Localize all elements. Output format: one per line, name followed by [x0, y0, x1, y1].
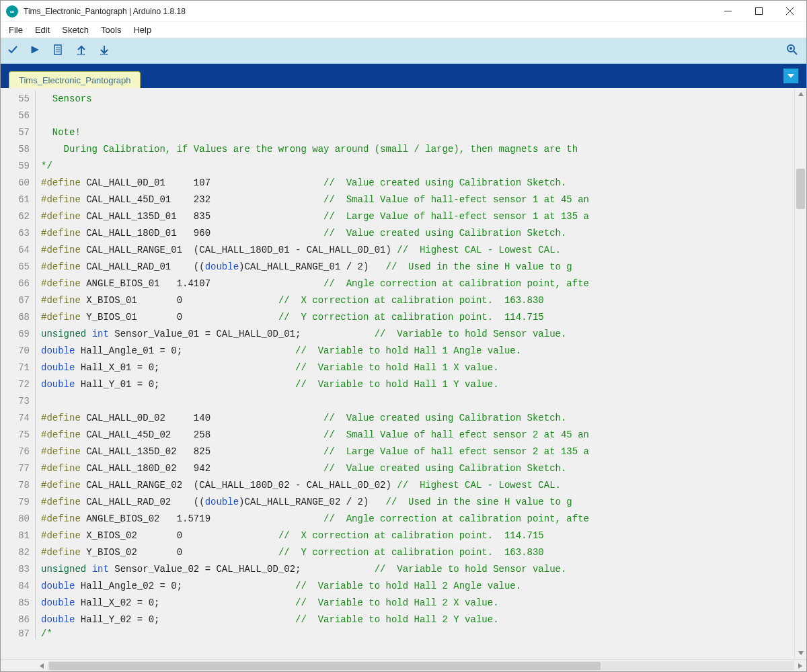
code-line[interactable]: double Hall_Y_01 = 0; // Variable to hol… [41, 376, 794, 393]
code-line[interactable]: #define Y_BIOS_01 0 // Y correction at c… [41, 309, 794, 326]
horizontal-scroll-thumb[interactable] [49, 662, 601, 670]
menu-file[interactable]: File [6, 24, 26, 36]
verify-button[interactable] [7, 44, 18, 57]
scroll-up-arrow[interactable] [795, 88, 806, 100]
save-button[interactable] [99, 44, 110, 57]
code-line[interactable]: #define Y_BIOS_02 0 // Y correction at c… [41, 544, 794, 561]
line-number: 78 [1, 477, 36, 494]
code-line[interactable]: unsigned int Sensor_Value_01 = CAL_HALL_… [41, 326, 794, 343]
code-line[interactable]: #define ANGLE_BIOS_02 1.5719 // Angle co… [41, 511, 794, 528]
svg-rect-1 [755, 8, 762, 15]
code-line[interactable]: #define CAL_HALL_180D_01 960 // Value cr… [41, 225, 794, 242]
line-number: 86 [1, 612, 36, 628]
line-number-gutter: 5556575859606162636465666768697071727374… [1, 88, 36, 659]
line-number: 80 [1, 511, 36, 528]
menu-tools[interactable]: Tools [98, 24, 124, 36]
scroll-down-arrow[interactable] [795, 647, 806, 659]
line-number: 71 [1, 360, 36, 376]
open-button[interactable] [76, 44, 87, 57]
menubar: File Edit Sketch Tools Help [1, 22, 806, 38]
line-number: 84 [1, 578, 36, 595]
line-number: 55 [1, 91, 36, 108]
code-line[interactable]: #define CAL_HALL_0D_01 107 // Value crea… [41, 175, 794, 192]
code-editor[interactable]: 5556575859606162636465666768697071727374… [1, 88, 806, 659]
code-line[interactable]: unsigned int Sensor_Value_02 = CAL_HALL_… [41, 561, 794, 578]
horizontal-scroll-track[interactable] [48, 661, 794, 671]
code-line[interactable]: double Hall_Y_02 = 0; // Variable to hol… [41, 612, 794, 628]
minimize-button[interactable] [712, 1, 743, 22]
arduino-ide-window: ∞ Tims_Electronic_Pantograph | Arduino 1… [0, 0, 807, 672]
line-number: 69 [1, 326, 36, 343]
serial-monitor-button[interactable] [786, 44, 798, 58]
svg-point-15 [790, 48, 792, 50]
code-line[interactable]: #define CAL_HALL_135D_01 835 // Large Va… [41, 208, 794, 225]
svg-marker-16 [787, 74, 794, 78]
sketch-tab[interactable]: Tims_Electronic_Pantograph [9, 71, 141, 89]
gutter-spacer [1, 660, 36, 671]
code-line[interactable]: #define CAL_HALL_RANGE_01 (CAL_HALL_180D… [41, 242, 794, 259]
menu-edit[interactable]: Edit [32, 24, 52, 36]
code-line[interactable]: #define CAL_HALL_RAD_02 ((double)CAL_HAL… [41, 494, 794, 511]
code-line[interactable]: double Hall_Angle_01 = 0; // Variable to… [41, 343, 794, 360]
svg-marker-17 [798, 92, 804, 96]
code-line[interactable]: double Hall_Angle_02 = 0; // Variable to… [41, 578, 794, 595]
line-number: 63 [1, 225, 36, 242]
code-line[interactable]: Note! [41, 124, 794, 141]
code-line[interactable]: During Calibration, if Values are the wr… [41, 141, 794, 158]
code-line[interactable] [41, 393, 794, 410]
line-number: 67 [1, 292, 36, 309]
code-line[interactable]: #define CAL_HALL_RANGE_02 (CAL_HALL_180D… [41, 477, 794, 494]
code-line[interactable]: #define X_BIOS_02 0 // X correction at c… [41, 528, 794, 544]
vertical-scroll-thumb[interactable] [796, 169, 805, 209]
line-number: 75 [1, 427, 36, 444]
line-number: 65 [1, 259, 36, 276]
line-number: 57 [1, 124, 36, 141]
horizontal-scrollbar-row [1, 659, 806, 671]
line-number: 76 [1, 444, 36, 460]
tab-menu-dropdown[interactable] [783, 69, 798, 83]
scroll-right-arrow[interactable] [794, 663, 806, 669]
code-line[interactable]: #define CAL_HALL_180D_02 942 // Value cr… [41, 460, 794, 477]
line-number: 66 [1, 276, 36, 292]
maximize-button[interactable] [743, 1, 774, 22]
code-line[interactable]: /* [41, 628, 794, 639]
line-number: 77 [1, 460, 36, 477]
line-number: 79 [1, 494, 36, 511]
menu-help[interactable]: Help [130, 24, 154, 36]
code-line[interactable]: #define CAL_HALL_RAD_01 ((double)CAL_HAL… [41, 259, 794, 276]
code-line[interactable]: Sensors [41, 91, 794, 108]
close-button[interactable] [774, 1, 805, 22]
vertical-scrollbar[interactable] [794, 88, 806, 659]
arduino-app-icon: ∞ [6, 5, 18, 17]
svg-marker-4 [32, 46, 38, 53]
code-line[interactable]: double Hall_X_01 = 0; // Variable to hol… [41, 360, 794, 376]
line-number: 61 [1, 192, 36, 208]
line-number: 70 [1, 343, 36, 360]
window-title: Tims_Electronic_Pantograph | Arduino 1.8… [24, 7, 712, 16]
code-line[interactable]: */ [41, 158, 794, 175]
line-number: 85 [1, 595, 36, 612]
code-area[interactable]: Sensors Note! During Calibration, if Val… [36, 88, 794, 659]
titlebar: ∞ Tims_Electronic_Pantograph | Arduino 1… [1, 1, 806, 22]
line-number: 73 [1, 393, 36, 410]
code-line[interactable]: #define CAL_HALL_45D_02 258 // Small Val… [41, 427, 794, 444]
code-line[interactable]: #define X_BIOS_01 0 // X correction at c… [41, 292, 794, 309]
line-number: 64 [1, 242, 36, 259]
code-line[interactable]: double Hall_X_02 = 0; // Variable to hol… [41, 595, 794, 612]
scroll-left-arrow[interactable] [36, 663, 48, 669]
code-line[interactable]: #define CAL_HALL_135D_02 825 // Large Va… [41, 444, 794, 460]
line-number: 59 [1, 158, 36, 175]
code-line[interactable] [41, 108, 794, 124]
line-number: 83 [1, 561, 36, 578]
toolbar [1, 38, 806, 64]
upload-button[interactable] [30, 44, 41, 57]
code-line[interactable]: #define CAL_HALL_0D_02 140 // Value crea… [41, 410, 794, 427]
code-line[interactable]: #define ANGLE_BIOS_01 1.4107 // Angle co… [41, 276, 794, 292]
line-number: 68 [1, 309, 36, 326]
horizontal-scrollbar[interactable] [36, 660, 806, 671]
line-number: 62 [1, 208, 36, 225]
menu-sketch[interactable]: Sketch [59, 24, 91, 36]
new-button[interactable] [53, 44, 64, 57]
code-line[interactable]: #define CAL_HALL_45D_01 232 // Small Val… [41, 192, 794, 208]
line-number: 58 [1, 141, 36, 158]
